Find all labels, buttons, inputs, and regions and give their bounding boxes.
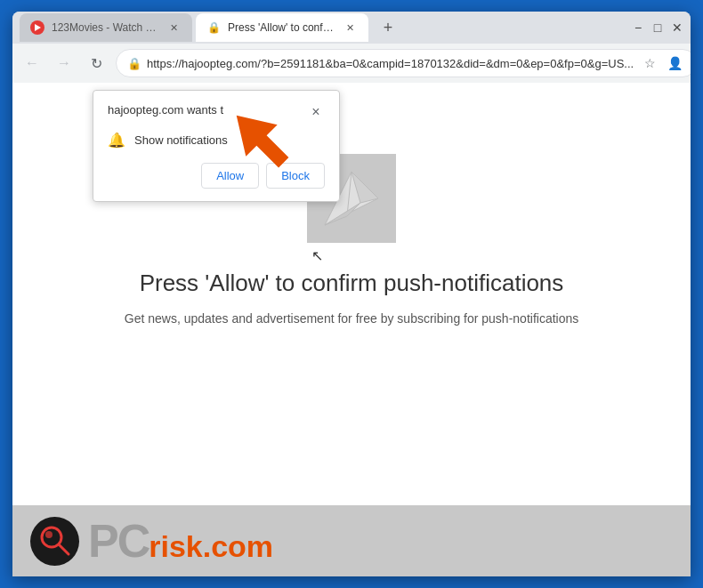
pcrisk-logo-bar: PC risk.com [12,505,691,576]
back-button[interactable]: ← [20,51,44,76]
close-button[interactable]: ✕ [671,21,683,34]
window-controls: − □ ✕ [632,21,683,34]
pcrisk-brand-text: PC [88,518,149,564]
page-content: hajoopteg.com wants t × 🔔 Show notificat… [12,83,691,576]
lock-icon: 🔒 [127,57,141,70]
toolbar: ← → ↻ 🔒 https://hajoopteg.com/?b=2591181… [12,44,691,83]
tab1-favicon [30,20,44,35]
browser-window: 123Movies - Watch Free Movies... ✕ 🔒 Pre… [12,12,691,576]
new-tab-button[interactable]: + [376,15,400,40]
tab-press-allow[interactable]: 🔒 Press 'Allow' to confirm push-no... ✕ [196,13,368,42]
pcrisk-domain-text: risk.com [149,529,273,564]
popup-title: hajoopteg.com wants t [108,103,223,117]
pcrisk-search-icon [30,517,79,566]
permission-text: Show notifications [134,133,228,147]
forward-button[interactable]: → [52,51,77,76]
page-main-title: Press 'Allow' to confirm push-notificati… [140,270,564,297]
address-icons: ☆ 👤 [639,52,685,74]
bookmark-button[interactable]: ☆ [639,52,660,74]
svg-marker-0 [221,101,299,178]
tab-123movies[interactable]: 123Movies - Watch Free Movies... ✕ [20,13,192,42]
maximize-button[interactable]: □ [651,21,664,34]
tab1-label: 123Movies - Watch Free Movies... [52,21,158,34]
minimize-button[interactable]: − [632,21,644,34]
arrow-overlay [217,101,306,181]
cursor: ↖ [311,247,323,264]
tab1-close[interactable]: ✕ [166,20,182,36]
svg-point-7 [45,531,53,538]
title-bar: 123Movies - Watch Free Movies... ✕ 🔒 Pre… [12,12,691,44]
play-icon [35,24,41,31]
popup-close-button[interactable]: × [307,103,325,121]
refresh-button[interactable]: ↻ [84,51,109,76]
account-button[interactable]: 👤 [664,52,685,74]
svg-line-6 [59,544,69,554]
page-subtitle: Get news, updates and advertisement for … [125,311,579,326]
bell-icon: 🔔 [108,132,125,149]
url-text: https://hajoopteg.com/?b=2591181&ba=0&ca… [147,57,634,70]
tab2-favicon: 🔒 [206,20,221,35]
tab2-label: Press 'Allow' to confirm push-no... [228,21,335,34]
tab2-close[interactable]: ✕ [342,20,358,36]
address-bar[interactable]: 🔒 https://hajoopteg.com/?b=2591181&ba=0&… [116,49,691,77]
pcrisk-text-container: PC risk.com [88,518,273,564]
